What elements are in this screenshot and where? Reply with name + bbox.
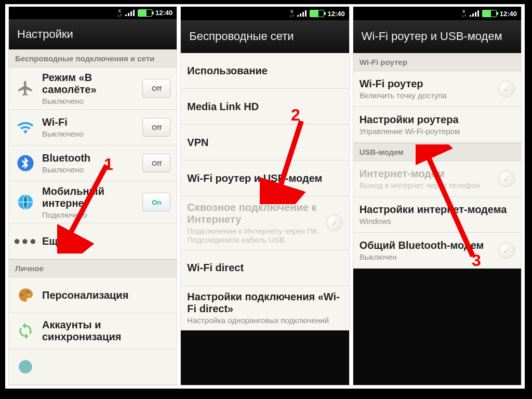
wifi-direct-title: Wi-Fi direct [187,262,342,274]
wifi-title: Wi-Fi [42,116,136,128]
row-wifi-router-usb[interactable]: Wi-Fi роутер и USB-модем [181,161,349,196]
row-internet-modem-settings[interactable]: Настройки интернет-модема Windows [353,197,521,233]
row-usage[interactable]: Использование [181,53,349,89]
palette-icon [15,285,36,305]
personalize-title: Персонализация [42,289,170,301]
bluetooth-title: Bluetooth [42,152,136,164]
clock: 12:40 [155,9,172,17]
wifi-router-title: Wi-Fi роутер [360,78,492,90]
wifi-router-usb-title: Wi-Fi роутер и USB-модем [187,172,342,184]
row-wifi-direct-settings[interactable]: Настройки подключения «Wi-Fi direct» Нас… [181,286,349,330]
bluetooth-toggle[interactable]: Off [142,154,170,172]
passthrough-title: Сквозное подключение к Интернету [187,202,320,225]
section-wireless: Беспроводные подключения и сети [9,49,177,68]
signal-icon [125,10,135,16]
wifi-direct-settings-title: Настройки подключения «Wi-Fi direct» [187,291,342,315]
passthrough-check: ✓ [326,215,343,231]
row-accounts[interactable]: Аккаунты и синхронизация [9,313,177,349]
more-icon: ●●● [15,231,36,251]
page-title: Настройки [9,19,177,49]
router-settings-sub: Управление Wi-Fi-роутером [360,127,515,136]
internet-modem-settings-sub: Windows [360,217,515,225]
svg-point-6 [19,360,32,374]
clock: 12:40 [500,10,517,18]
bt-modem-sub: Выключен [360,252,492,261]
section-personal: Личное [9,259,177,277]
airplane-toggle[interactable]: Off [142,79,170,98]
row-airplane[interactable]: Режим «В самолёте» Выключено Off [9,68,177,110]
phone-router-usb: К↓↑ 12:40 Wi-Fi роутер и USB-модем Wi-Fi… [353,6,522,385]
clock: 12:40 [327,10,344,18]
empty-area [353,269,521,385]
mobile-data-title: Мобильный интернет [42,185,136,209]
internet-modem-sub: Выход в интернет через телефон [360,181,492,190]
row-wifi[interactable]: Wi-Fi Выключено Off [9,110,177,145]
row-passthrough: Сквозное подключение к Интернету Подключ… [181,196,349,250]
status-bar: К↓↑ 12:40 [181,7,349,20]
network-type-icon: К↓↑ [289,9,294,18]
wifi-direct-settings-sub: Настройка одноранговых подключений [187,316,342,325]
section-wifi-router: Wi-Fi роутер [353,53,521,71]
signal-icon [470,10,479,17]
passthrough-sub: Подключение к Интернету через ПК. Подсое… [187,227,320,244]
wifi-router-check[interactable]: ✓ [498,81,515,97]
section-usb-modem: USB-модем [353,143,521,161]
sync-icon [15,321,36,341]
accounts-title: Аккаунты и синхронизация [42,319,170,343]
row-personalize[interactable]: Персонализация [9,277,177,313]
more-title: Ещё [42,235,170,247]
airplane-icon [15,78,36,99]
svg-point-5 [28,294,30,296]
row-more[interactable]: ●●● Ещё [9,223,177,259]
phone-settings: К↓↑ 12:40 Настройки Беспроводные подключ… [8,6,177,385]
row-cutoff[interactable] [9,349,177,385]
wifi-router-sub: Включить точку доступа [360,91,492,100]
row-bluetooth[interactable]: Bluetooth Выключено Off [9,145,177,181]
mobile-data-sub: Подключено [42,210,136,219]
phone-wireless: К↓↑ 12:40 Беспроводные сети Использовани… [180,6,349,385]
airplane-title: Режим «В самолёте» [42,72,136,96]
usage-title: Использование [187,65,342,77]
battery-icon [482,10,497,17]
row-internet-modem: Интернет-модем Выход в интернет через те… [353,161,521,197]
mobile-data-toggle[interactable]: On [142,193,170,211]
vpn-title: VPN [187,137,342,149]
signal-icon [297,10,307,17]
page-title: Беспроводные сети [181,20,349,53]
bt-modem-title: Общий Bluetooth-модем [360,240,492,251]
battery-icon [310,10,324,17]
globe-icon [15,192,36,212]
svg-point-4 [26,291,29,293]
wifi-sub: Выключено [42,129,136,138]
row-medialink[interactable]: Media Link HD [181,89,349,125]
internet-modem-check: ✓ [498,170,515,187]
router-settings-title: Настройки роутера [360,114,515,126]
network-type-icon: К↓↑ [117,9,122,17]
airplane-sub: Выключено [42,97,136,105]
gear-icon [15,356,36,377]
row-bt-modem[interactable]: Общий Bluetooth-модем Выключен ✓ [353,233,521,269]
row-wifi-direct[interactable]: Wi-Fi direct [181,250,349,286]
status-bar: К↓↑ 12:40 [353,7,521,20]
page-title: Wi-Fi роутер и USB-модем [353,20,521,53]
network-type-icon: К↓↑ [462,9,467,18]
svg-point-2 [21,294,23,296]
row-mobile-data[interactable]: Мобильный интернет Подключено On [9,181,177,223]
internet-modem-settings-title: Настройки интернет-модема [360,204,515,216]
internet-modem-title: Интернет-модем [360,168,492,180]
bluetooth-icon [15,153,36,174]
bt-modem-check[interactable]: ✓ [498,242,515,259]
wifi-toggle[interactable]: Off [142,118,170,137]
row-wifi-router[interactable]: Wi-Fi роутер Включить точку доступа ✓ [353,71,521,107]
bluetooth-sub: Выключено [42,165,136,174]
row-router-settings[interactable]: Настройки роутера Управление Wi-Fi-роуте… [353,107,521,143]
wifi-icon [15,117,36,138]
empty-area [181,330,349,385]
svg-point-3 [23,291,25,293]
medialink-title: Media Link HD [187,101,342,113]
status-bar: К↓↑ 12:40 [9,7,177,19]
row-vpn[interactable]: VPN [181,125,349,161]
battery-icon [138,9,152,17]
